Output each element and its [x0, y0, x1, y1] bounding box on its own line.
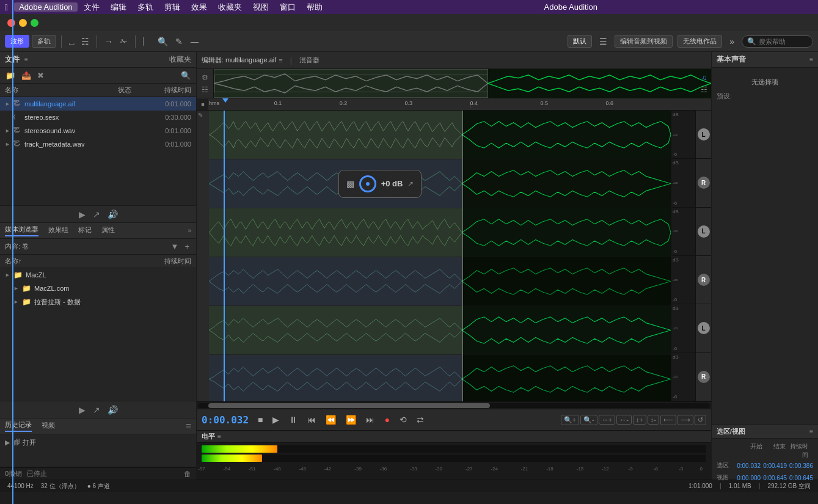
toolbar-icon-btn-2[interactable]: ☵ — [79, 35, 92, 48]
more-tools-btn[interactable]: » — [727, 35, 737, 48]
zoom-in-btn[interactable]: 🔍+ — [561, 415, 579, 425]
media-play-btn[interactable]: ▶ — [79, 405, 86, 415]
zoom-v-out-btn[interactable]: ↕- — [648, 415, 659, 425]
trash-icon[interactable]: 🗑 — [184, 470, 191, 478]
zoom-left-btn[interactable]: ⟵ — [660, 415, 676, 425]
move-tool-btn[interactable]: → — [102, 35, 115, 48]
channel-L-5[interactable]: L — [698, 322, 710, 334]
channel-R-2[interactable]: R — [698, 177, 710, 189]
fullscreen-button[interactable] — [31, 19, 38, 27]
media-export-btn[interactable]: ↗ — [93, 405, 100, 415]
sv-menu-icon[interactable]: ≡ — [809, 428, 813, 435]
toolbar-icon-btn-1[interactable]: ⎵ — [67, 35, 76, 48]
zoom-h-out-btn[interactable]: ↔- — [616, 415, 632, 425]
preset-button[interactable]: 默认 — [568, 35, 592, 48]
menu-item-edit[interactable]: 编辑 — [106, 2, 131, 13]
wireless-button[interactable]: 无线电作品 — [677, 35, 722, 48]
scroll-thumb[interactable] — [208, 403, 490, 408]
menu-item-audition[interactable]: Adobe Audition — [14, 2, 77, 12]
loop-btn[interactable]: ⟲ — [397, 414, 409, 426]
insert-btn[interactable]: 🔊 — [108, 210, 118, 219]
sv-view-duration[interactable]: 0:00.645 — [789, 475, 813, 481]
search-files-btn[interactable]: 🔍 — [179, 70, 192, 81]
channel-L-3[interactable]: L — [698, 225, 710, 238]
tab-media-browser[interactable]: 媒体浏览器 — [5, 225, 38, 236]
media-down-btn[interactable]: ▼ — [169, 241, 181, 252]
overview-tool-btn-1[interactable]: ⚙ — [200, 72, 210, 83]
media-item-0[interactable]: ► 📁 MacZL — [0, 268, 196, 282]
overview-right-btn-2[interactable]: ☷ — [699, 84, 709, 95]
sv-view-start[interactable]: 0:00.000 — [737, 475, 761, 481]
cursor-tool-btn[interactable]: ⎸ — [141, 35, 153, 48]
record-btn[interactable]: ● — [382, 414, 392, 426]
close-file-btn[interactable]: ✖ — [35, 70, 46, 81]
track-row-3[interactable] — [209, 208, 671, 257]
search-input[interactable] — [759, 38, 808, 45]
tracks-content[interactable]: ▩ +0 dB ↗ — [209, 111, 671, 401]
media-insert-btn[interactable]: 🔊 — [108, 405, 118, 415]
vol-expand-icon[interactable]: ↗ — [407, 180, 414, 188]
new-file-btn[interactable]: 📁 — [4, 70, 17, 81]
tab-history[interactable]: 历史记录 — [5, 420, 32, 432]
play-preview-btn[interactable]: ▶ — [79, 210, 86, 219]
overview-tool-btn-2[interactable]: ☷ — [200, 84, 210, 95]
forward-btn[interactable]: ⏩ — [343, 414, 359, 426]
pencil-btn[interactable]: ✎ — [173, 35, 185, 48]
channel-R-6[interactable]: R — [698, 371, 710, 383]
zoom-h-in-btn[interactable]: ↔+ — [599, 415, 615, 425]
media-panel-menu[interactable]: » — [188, 227, 191, 234]
sv-view-end[interactable]: 0:00.645 — [763, 475, 787, 481]
sv-sel-end[interactable]: 0:00.419 — [763, 462, 787, 469]
tab-video[interactable]: 视频 — [42, 421, 55, 431]
menu-item-favorites[interactable]: 收藏夹 — [213, 2, 247, 13]
tab-effects[interactable]: 效果组 — [48, 225, 68, 236]
history-menu-icon[interactable]: ☰ — [186, 423, 191, 429]
cut-tool-btn[interactable]: ✁ — [118, 35, 130, 48]
close-button[interactable] — [7, 19, 15, 27]
multitrack-mode-button[interactable]: 多轨 — [32, 35, 56, 48]
sv-sel-duration[interactable]: 0:00.386 — [789, 462, 813, 469]
tab-attributes[interactable]: 属性 — [101, 225, 115, 236]
menu-item-file[interactable]: 文件 — [79, 2, 104, 13]
level-menu-icon[interactable]: ≡ — [217, 433, 221, 440]
zoom-right-btn[interactable]: ⟶ — [677, 415, 693, 425]
track-row-2[interactable]: ▩ +0 dB ↗ — [209, 159, 671, 208]
import-btn[interactable]: 📤 — [20, 70, 33, 81]
edit-mode-icon[interactable]: ✎ — [198, 112, 203, 119]
overview-right-btn-1[interactable]: ♫ — [699, 72, 709, 83]
edit-video-button[interactable]: 编辑音频到视频 — [615, 35, 673, 48]
play-btn[interactable]: ▶ — [270, 414, 282, 426]
file-item-3[interactable]: ► 𞺧 track_metadata.wav 0:01.000 — [0, 137, 196, 151]
track-row-5[interactable] — [209, 306, 671, 355]
media-item-2[interactable]: ► 📁 拉普拉斯 - 数据 — [0, 295, 196, 309]
history-item-0[interactable]: ▶ 🗐 打开 — [0, 436, 196, 449]
channel-R-4[interactable]: R — [698, 274, 710, 286]
files-panel-menu-icon[interactable]: ≡ — [24, 56, 28, 63]
track-row-6[interactable] — [209, 355, 671, 401]
tab-markers[interactable]: 标记 — [78, 225, 92, 236]
channel-L-1[interactable]: L — [698, 128, 710, 141]
file-item-2[interactable]: ► 𞺧 stereosound.wav 0:01.000 — [0, 124, 196, 137]
editor-tab-main[interactable]: 编辑器: multilanguage.aif ≡ — [202, 56, 283, 65]
menu-item-effects[interactable]: 效果 — [186, 2, 212, 13]
zoom-v-in-btn[interactable]: ↕+ — [633, 415, 646, 425]
track-row-4[interactable] — [209, 257, 671, 306]
menu-item-clip[interactable]: 剪辑 — [159, 2, 185, 13]
menu-item-view[interactable]: 视图 — [248, 2, 274, 13]
waveform-mode-button[interactable]: 波形 — [5, 35, 29, 48]
prev-btn[interactable]: ⏮ — [305, 414, 318, 426]
track-row-1[interactable] — [209, 111, 671, 159]
file-item-1[interactable]: 〈 stereo.sesx 0:30.000 — [0, 111, 196, 124]
media-item-1[interactable]: ► 📁 MacZL.com — [0, 282, 196, 295]
stop-btn[interactable]: ■ — [255, 414, 265, 426]
next-btn[interactable]: ⏭ — [363, 414, 377, 426]
menu-item-multitrack[interactable]: 多轨 — [133, 2, 158, 13]
sv-sel-start[interactable]: 0:00.032 — [737, 462, 761, 469]
pause-btn[interactable]: ⏸ — [287, 414, 300, 426]
zoom-in-btn[interactable]: 🔍 — [155, 35, 170, 48]
minimize-button[interactable] — [19, 19, 27, 27]
file-item-0[interactable]: ► 𞺧 multilanguage.aif 0:01.000 — [0, 97, 196, 111]
zoom-out-btn[interactable]: 🔍- — [580, 415, 597, 425]
vol-ring[interactable] — [359, 175, 376, 192]
timecode-shift-btn[interactable]: ⇄ — [414, 414, 426, 426]
